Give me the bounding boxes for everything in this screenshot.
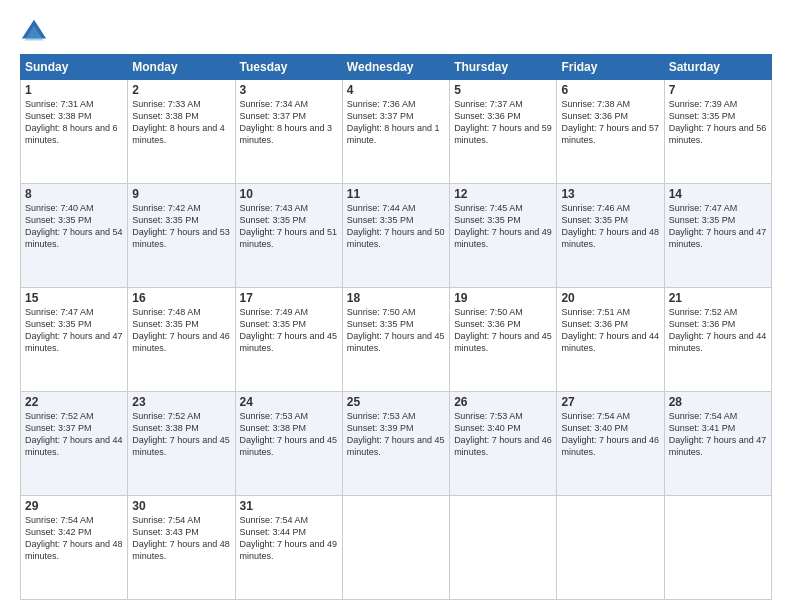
cell-content: Sunrise: 7:33 AMSunset: 3:38 PMDaylight:… — [132, 99, 225, 145]
header-row: SundayMondayTuesdayWednesdayThursdayFrid… — [21, 55, 772, 80]
calendar-cell: 30Sunrise: 7:54 AMSunset: 3:43 PMDayligh… — [128, 496, 235, 600]
header — [20, 18, 772, 46]
calendar-cell — [557, 496, 664, 600]
cell-content: Sunrise: 7:49 AMSunset: 3:35 PMDaylight:… — [240, 307, 338, 353]
page: SundayMondayTuesdayWednesdayThursdayFrid… — [0, 0, 792, 612]
header-day: Wednesday — [342, 55, 449, 80]
day-number: 8 — [25, 187, 123, 201]
calendar-cell: 8Sunrise: 7:40 AMSunset: 3:35 PMDaylight… — [21, 184, 128, 288]
day-number: 5 — [454, 83, 552, 97]
header-day: Tuesday — [235, 55, 342, 80]
calendar-cell: 4Sunrise: 7:36 AMSunset: 3:37 PMDaylight… — [342, 80, 449, 184]
day-number: 10 — [240, 187, 338, 201]
calendar-cell: 27Sunrise: 7:54 AMSunset: 3:40 PMDayligh… — [557, 392, 664, 496]
calendar-cell: 17Sunrise: 7:49 AMSunset: 3:35 PMDayligh… — [235, 288, 342, 392]
calendar-cell: 21Sunrise: 7:52 AMSunset: 3:36 PMDayligh… — [664, 288, 771, 392]
day-number: 12 — [454, 187, 552, 201]
cell-content: Sunrise: 7:31 AMSunset: 3:38 PMDaylight:… — [25, 99, 118, 145]
cell-content: Sunrise: 7:37 AMSunset: 3:36 PMDaylight:… — [454, 99, 552, 145]
calendar-cell: 11Sunrise: 7:44 AMSunset: 3:35 PMDayligh… — [342, 184, 449, 288]
logo — [20, 18, 52, 46]
cell-content: Sunrise: 7:47 AMSunset: 3:35 PMDaylight:… — [25, 307, 123, 353]
day-number: 11 — [347, 187, 445, 201]
day-number: 24 — [240, 395, 338, 409]
calendar-cell: 23Sunrise: 7:52 AMSunset: 3:38 PMDayligh… — [128, 392, 235, 496]
day-number: 9 — [132, 187, 230, 201]
calendar-cell: 14Sunrise: 7:47 AMSunset: 3:35 PMDayligh… — [664, 184, 771, 288]
header-day: Thursday — [450, 55, 557, 80]
cell-content: Sunrise: 7:54 AMSunset: 3:40 PMDaylight:… — [561, 411, 659, 457]
logo-icon — [20, 18, 48, 46]
calendar-row: 15Sunrise: 7:47 AMSunset: 3:35 PMDayligh… — [21, 288, 772, 392]
calendar-row: 22Sunrise: 7:52 AMSunset: 3:37 PMDayligh… — [21, 392, 772, 496]
cell-content: Sunrise: 7:53 AMSunset: 3:39 PMDaylight:… — [347, 411, 445, 457]
cell-content: Sunrise: 7:44 AMSunset: 3:35 PMDaylight:… — [347, 203, 445, 249]
cell-content: Sunrise: 7:39 AMSunset: 3:35 PMDaylight:… — [669, 99, 767, 145]
day-number: 13 — [561, 187, 659, 201]
calendar-cell: 12Sunrise: 7:45 AMSunset: 3:35 PMDayligh… — [450, 184, 557, 288]
day-number: 29 — [25, 499, 123, 513]
cell-content: Sunrise: 7:47 AMSunset: 3:35 PMDaylight:… — [669, 203, 767, 249]
day-number: 20 — [561, 291, 659, 305]
cell-content: Sunrise: 7:51 AMSunset: 3:36 PMDaylight:… — [561, 307, 659, 353]
calendar-cell: 5Sunrise: 7:37 AMSunset: 3:36 PMDaylight… — [450, 80, 557, 184]
calendar-cell: 10Sunrise: 7:43 AMSunset: 3:35 PMDayligh… — [235, 184, 342, 288]
day-number: 18 — [347, 291, 445, 305]
cell-content: Sunrise: 7:36 AMSunset: 3:37 PMDaylight:… — [347, 99, 440, 145]
cell-content: Sunrise: 7:46 AMSunset: 3:35 PMDaylight:… — [561, 203, 659, 249]
day-number: 23 — [132, 395, 230, 409]
day-number: 7 — [669, 83, 767, 97]
calendar-cell: 29Sunrise: 7:54 AMSunset: 3:42 PMDayligh… — [21, 496, 128, 600]
header-day: Saturday — [664, 55, 771, 80]
day-number: 30 — [132, 499, 230, 513]
cell-content: Sunrise: 7:52 AMSunset: 3:36 PMDaylight:… — [669, 307, 767, 353]
calendar-cell: 7Sunrise: 7:39 AMSunset: 3:35 PMDaylight… — [664, 80, 771, 184]
calendar-row: 29Sunrise: 7:54 AMSunset: 3:42 PMDayligh… — [21, 496, 772, 600]
calendar-cell: 3Sunrise: 7:34 AMSunset: 3:37 PMDaylight… — [235, 80, 342, 184]
calendar-table: SundayMondayTuesdayWednesdayThursdayFrid… — [20, 54, 772, 600]
cell-content: Sunrise: 7:50 AMSunset: 3:36 PMDaylight:… — [454, 307, 552, 353]
header-day: Monday — [128, 55, 235, 80]
calendar-cell: 9Sunrise: 7:42 AMSunset: 3:35 PMDaylight… — [128, 184, 235, 288]
day-number: 22 — [25, 395, 123, 409]
day-number: 6 — [561, 83, 659, 97]
calendar-cell: 15Sunrise: 7:47 AMSunset: 3:35 PMDayligh… — [21, 288, 128, 392]
day-number: 16 — [132, 291, 230, 305]
header-day: Sunday — [21, 55, 128, 80]
calendar-row: 8Sunrise: 7:40 AMSunset: 3:35 PMDaylight… — [21, 184, 772, 288]
calendar-cell: 22Sunrise: 7:52 AMSunset: 3:37 PMDayligh… — [21, 392, 128, 496]
day-number: 17 — [240, 291, 338, 305]
day-number: 3 — [240, 83, 338, 97]
calendar-cell: 31Sunrise: 7:54 AMSunset: 3:44 PMDayligh… — [235, 496, 342, 600]
calendar-cell: 1Sunrise: 7:31 AMSunset: 3:38 PMDaylight… — [21, 80, 128, 184]
header-day: Friday — [557, 55, 664, 80]
cell-content: Sunrise: 7:50 AMSunset: 3:35 PMDaylight:… — [347, 307, 445, 353]
day-number: 31 — [240, 499, 338, 513]
calendar-cell: 28Sunrise: 7:54 AMSunset: 3:41 PMDayligh… — [664, 392, 771, 496]
cell-content: Sunrise: 7:42 AMSunset: 3:35 PMDaylight:… — [132, 203, 230, 249]
cell-content: Sunrise: 7:53 AMSunset: 3:38 PMDaylight:… — [240, 411, 338, 457]
calendar-cell: 2Sunrise: 7:33 AMSunset: 3:38 PMDaylight… — [128, 80, 235, 184]
day-number: 25 — [347, 395, 445, 409]
day-number: 15 — [25, 291, 123, 305]
day-number: 28 — [669, 395, 767, 409]
calendar-cell — [664, 496, 771, 600]
calendar-cell: 25Sunrise: 7:53 AMSunset: 3:39 PMDayligh… — [342, 392, 449, 496]
day-number: 21 — [669, 291, 767, 305]
cell-content: Sunrise: 7:54 AMSunset: 3:41 PMDaylight:… — [669, 411, 767, 457]
cell-content: Sunrise: 7:52 AMSunset: 3:38 PMDaylight:… — [132, 411, 230, 457]
day-number: 27 — [561, 395, 659, 409]
cell-content: Sunrise: 7:43 AMSunset: 3:35 PMDaylight:… — [240, 203, 338, 249]
calendar-cell: 19Sunrise: 7:50 AMSunset: 3:36 PMDayligh… — [450, 288, 557, 392]
calendar-cell: 26Sunrise: 7:53 AMSunset: 3:40 PMDayligh… — [450, 392, 557, 496]
calendar-cell: 6Sunrise: 7:38 AMSunset: 3:36 PMDaylight… — [557, 80, 664, 184]
cell-content: Sunrise: 7:40 AMSunset: 3:35 PMDaylight:… — [25, 203, 123, 249]
cell-content: Sunrise: 7:38 AMSunset: 3:36 PMDaylight:… — [561, 99, 659, 145]
calendar-cell: 13Sunrise: 7:46 AMSunset: 3:35 PMDayligh… — [557, 184, 664, 288]
calendar-cell: 18Sunrise: 7:50 AMSunset: 3:35 PMDayligh… — [342, 288, 449, 392]
cell-content: Sunrise: 7:54 AMSunset: 3:44 PMDaylight:… — [240, 515, 338, 561]
day-number: 19 — [454, 291, 552, 305]
calendar-cell — [342, 496, 449, 600]
cell-content: Sunrise: 7:34 AMSunset: 3:37 PMDaylight:… — [240, 99, 333, 145]
day-number: 2 — [132, 83, 230, 97]
